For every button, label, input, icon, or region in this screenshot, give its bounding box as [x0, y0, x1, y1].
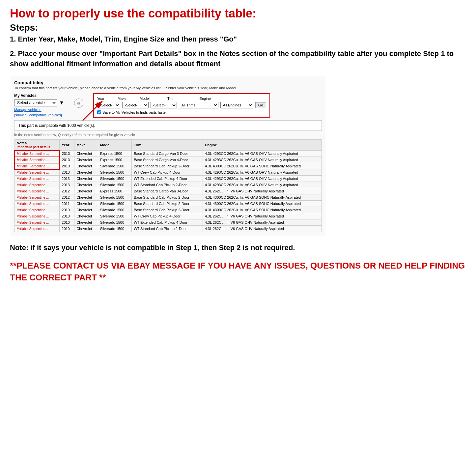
table-cell-6-4: Base Standard Cargo Van 3-Door — [132, 188, 203, 194]
table-cell-4-1: 2013 — [60, 176, 74, 182]
table-cell-11-4: WT Extended Cab Pickup 4-Door — [132, 219, 203, 226]
table-cell-8-2: Chevrolet — [74, 201, 98, 207]
table-cell-4-3: Silverado 1500 — [98, 176, 132, 182]
table-cell-3-4: WT Crew Cab Pickup 4-Door — [132, 169, 203, 176]
my-vehicles-row: My Vehicles Select a vehicle ▼ Manage ve… — [14, 93, 322, 118]
th-trim: Trim — [132, 139, 203, 151]
table-cell-8-0: Mfrlabel:Serpentine ... — [14, 201, 60, 207]
table-cell-2-2: Chevrolet — [74, 163, 98, 169]
table-cell-7-3: Silverado 1500 — [98, 194, 132, 201]
table-cell-6-3: Express 1500 — [98, 188, 132, 194]
table-cell-4-0: Mfrlabel:Serpentine ... — [14, 176, 60, 182]
table-cell-10-3: Silverado 1500 — [98, 213, 132, 219]
table-cell-12-5: 4.3L 262Cu. In. V6 GAS OHV Naturally Asp… — [203, 226, 322, 232]
table-cell-1-5: 4.3L 4293CC 262Cu. In. V6 GAS OHV Natura… — [203, 157, 322, 163]
table-cell-1-1: 2013 — [60, 157, 74, 163]
save-label: Save to My Vehicles to finds parts faste… — [102, 110, 167, 114]
table-row: Mfrlabel:Serpentine ...2011ChevroletSilv… — [14, 201, 322, 207]
th-notes: Notes Important part details — [14, 139, 60, 151]
table-row: Mfrlabel:Serpentine...2010ChevroletSilve… — [14, 226, 322, 232]
th-make: Make — [74, 139, 98, 151]
contact-text: **PLEASE CONTACT US VIA EBAY MESSAGE IF … — [10, 260, 466, 284]
table-cell-11-0: Mfrlabel:Serpentine ... — [14, 219, 60, 226]
table-cell-3-0: Mfrlabel:Serpentine ... — [14, 169, 60, 176]
table-row: Mfrlabel:Serpentine ...2013ChevroletSilv… — [14, 163, 322, 169]
table-cell-10-4: WT Crew Cab Pickup 4-Door — [132, 213, 203, 219]
compatible-text: This part is compatible with 1000 vehicl… — [14, 120, 322, 131]
save-checkbox[interactable] — [97, 110, 101, 114]
table-cell-2-1: 2013 — [60, 163, 74, 169]
table-cell-11-5: 4.3L 262Cu. In. V6 GAS OHV Naturally Asp… — [203, 219, 322, 226]
table-cell-5-5: 4.3L 4293CC 262Cu. In. V6 GAS OHV Natura… — [203, 182, 322, 188]
table-cell-11-3: Silverado 1500 — [98, 219, 132, 226]
table-row: Mfrlabel:Serpentine ...2012ChevroletExpr… — [14, 188, 322, 194]
table-cell-12-4: WT Standard Cab Pickup 2-Door — [132, 226, 203, 232]
model-select[interactable]: -Select- — [151, 102, 177, 108]
table-row: Mfrlabel:Serpentine ...2012ChevroletSilv… — [14, 194, 322, 201]
table-cell-6-1: 2012 — [60, 188, 74, 194]
table-cell-1-2: Chevrolet — [74, 157, 98, 163]
table-cell-10-2: Chevrolet — [74, 213, 98, 219]
table-cell-0-1: 2013 — [60, 151, 74, 157]
table-header-row: Notes Important part details Year Make M… — [14, 139, 322, 151]
year-select[interactable]: -Select- — [97, 102, 120, 108]
table-cell-10-5: 4.3L 262Cu. In. V6 GAS OHV Naturally Asp… — [203, 213, 322, 219]
table-cell-1-4: Base Standard Cargo Van 4-Door — [132, 157, 203, 163]
table-cell-8-4: Base Standard Cab Pickup 2-Door — [132, 201, 203, 207]
table-cell-5-0: Mfrlabel:Serpentine ... — [14, 182, 60, 188]
table-cell-0-5: 4.3L 4293CC 262Cu. In. V6 GAS OHV Natura… — [203, 151, 322, 157]
table-cell-12-1: 2010 — [60, 226, 74, 232]
table-cell-5-3: Silverado 1500 — [98, 182, 132, 188]
table-row: Mfrlabel:Serpentine ...2010ChevroletSilv… — [14, 213, 322, 219]
compat-subtitle: To confirm that this part fits your vehi… — [14, 86, 322, 90]
note-text: Note: if it says your vehicle is not com… — [10, 243, 466, 253]
select-vehicle-wrapper: Select a vehicle ▼ — [14, 99, 64, 106]
table-cell-10-0: Mfrlabel:Serpentine ... — [14, 213, 60, 219]
table-cell-1-3: Express 1500 — [98, 157, 132, 163]
compatibility-section: Compatibility To confirm that this part … — [10, 76, 326, 237]
table-cell-2-4: Base Standard Cab Pickup 2-Door — [132, 163, 203, 169]
table-cell-6-0: Mfrlabel:Serpentine ... — [14, 188, 60, 194]
table-row: Mfrlabel:Serpentine ...2010ChevroletSilv… — [14, 219, 322, 226]
main-title: How to properly use the compatibility ta… — [10, 7, 466, 20]
table-cell-10-1: 2010 — [60, 213, 74, 219]
show-all-link[interactable]: [show all compatible vehicles] — [14, 113, 64, 117]
manage-vehicles-link[interactable]: Manage vehicles — [14, 108, 64, 112]
table-cell-9-1: 2010 — [60, 207, 74, 213]
table-cell-5-1: 2013 — [60, 182, 74, 188]
table-cell-4-2: Chevrolet — [74, 176, 98, 182]
table-cell-0-4: Base Standard Cargo Van 3-Door — [132, 151, 203, 157]
table-cell-1-0: Mfrlabel:Serpentine... — [14, 157, 60, 163]
table-row: Mfrlabel:Serpentine ...2013ChevroletSilv… — [14, 176, 322, 182]
notes-sub-header: Important part details — [17, 145, 50, 149]
table-cell-12-3: Silverado 1500 — [98, 226, 132, 232]
trim-select[interactable]: All Trims — [179, 102, 218, 108]
table-row: Mfrlabel:Serpentine ...2013ChevroletSilv… — [14, 169, 322, 176]
table-cell-8-5: 4.3L 4300CC 262Cu. In. V6 GAS SOHC Natur… — [203, 201, 322, 207]
save-check-row: Save to My Vehicles to finds parts faste… — [97, 110, 266, 114]
year-label: Year — [97, 97, 104, 100]
notes-header: Notes — [17, 141, 27, 145]
my-vehicles-label: My Vehicles — [14, 93, 64, 98]
select-vehicle-dropdown[interactable]: Select a vehicle — [14, 99, 57, 106]
engine-select[interactable]: All Engines — [220, 102, 253, 108]
table-cell-9-5: 4.3L 4300CC 262Cu. In. V6 GAS SOHC Natur… — [203, 207, 322, 213]
table-cell-11-1: 2010 — [60, 219, 74, 226]
table-cell-8-3: Silverado 1500 — [98, 201, 132, 207]
make-select[interactable]: -Select- — [122, 102, 149, 108]
table-cell-7-5: 4.3L 4300CC 262Cu. In. V6 GAS SOHC Natur… — [203, 194, 322, 201]
table-cell-9-2: Chevrolet — [74, 207, 98, 213]
table-cell-7-2: Chevrolet — [74, 194, 98, 201]
go-button[interactable]: Go — [255, 102, 266, 108]
table-row: Mfrlabel:Serpentine ...2010ChevroletSilv… — [14, 207, 322, 213]
make-label: Make — [118, 97, 126, 100]
table-cell-0-2: Chevrolet — [74, 151, 98, 157]
year-make-labels: Year Make Model Trim Engine — [97, 97, 266, 100]
table-row: Mfrlabel:Serpentine ...2013ChevroletExpr… — [14, 151, 322, 157]
table-row: Mfrlabel:Serpentine...2013ChevroletExpre… — [14, 157, 322, 163]
step1-text: 1. Enter Year, Make, Model, Trim, Engine… — [10, 35, 466, 43]
table-cell-8-1: 2011 — [60, 201, 74, 207]
table-cell-6-5: 4.3L 262Cu. In. V6 GAS OHV Naturally Asp… — [203, 188, 322, 194]
compat-table: Notes Important part details Year Make M… — [14, 139, 322, 232]
table-cell-7-4: Base Standard Cab Pickup 2-Door — [132, 194, 203, 201]
